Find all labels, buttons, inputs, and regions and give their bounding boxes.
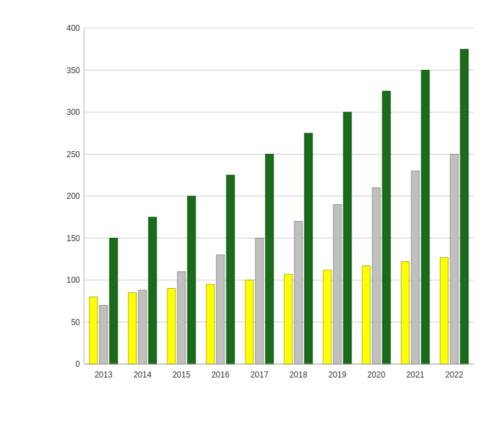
svg-rect-56 <box>460 49 468 364</box>
svg-text:2021: 2021 <box>407 370 425 380</box>
svg-rect-31 <box>216 255 224 365</box>
chart-container: 0501001502002503003504002013201420152016… <box>10 8 494 438</box>
svg-text:400: 400 <box>67 24 80 33</box>
svg-text:250: 250 <box>67 150 80 159</box>
svg-rect-47 <box>372 188 380 365</box>
svg-rect-46 <box>362 266 370 364</box>
svg-text:2016: 2016 <box>212 370 230 380</box>
svg-rect-39 <box>294 222 302 365</box>
svg-rect-40 <box>304 133 312 364</box>
chart-area: 0501001502002503003504002013201420152016… <box>50 21 480 384</box>
svg-text:2014: 2014 <box>134 370 152 380</box>
svg-rect-55 <box>450 154 458 365</box>
svg-text:2013: 2013 <box>95 370 113 380</box>
svg-rect-26 <box>167 289 175 365</box>
svg-text:2020: 2020 <box>368 370 386 380</box>
svg-rect-48 <box>382 91 390 364</box>
svg-text:100: 100 <box>67 275 80 285</box>
svg-rect-35 <box>255 238 263 365</box>
svg-text:2015: 2015 <box>173 370 191 380</box>
svg-rect-19 <box>99 306 108 365</box>
svg-rect-27 <box>177 272 185 365</box>
svg-rect-44 <box>343 112 351 364</box>
svg-rect-52 <box>421 71 429 365</box>
svg-rect-30 <box>206 284 214 364</box>
svg-rect-28 <box>187 196 196 364</box>
svg-rect-43 <box>333 205 341 365</box>
svg-text:350: 350 <box>67 66 80 75</box>
svg-text:2017: 2017 <box>251 370 269 380</box>
svg-rect-42 <box>323 270 331 364</box>
svg-text:300: 300 <box>67 107 80 117</box>
svg-rect-24 <box>149 217 157 364</box>
svg-text:50: 50 <box>71 318 81 327</box>
svg-text:2018: 2018 <box>290 370 308 380</box>
svg-rect-38 <box>284 274 292 364</box>
svg-rect-50 <box>401 262 409 365</box>
svg-rect-32 <box>226 175 235 364</box>
svg-text:150: 150 <box>67 234 80 243</box>
svg-rect-36 <box>265 154 274 365</box>
svg-rect-22 <box>128 293 136 364</box>
svg-rect-18 <box>89 297 97 364</box>
bar-chart: 0501001502002503003504002013201420152016… <box>50 21 480 384</box>
svg-text:2019: 2019 <box>329 370 347 380</box>
svg-rect-51 <box>411 171 419 365</box>
svg-text:200: 200 <box>67 191 80 201</box>
svg-rect-54 <box>440 257 448 364</box>
svg-rect-20 <box>110 238 118 365</box>
svg-text:0: 0 <box>75 359 80 369</box>
svg-text:2022: 2022 <box>446 370 464 380</box>
svg-rect-23 <box>138 290 146 364</box>
svg-rect-34 <box>245 280 253 364</box>
